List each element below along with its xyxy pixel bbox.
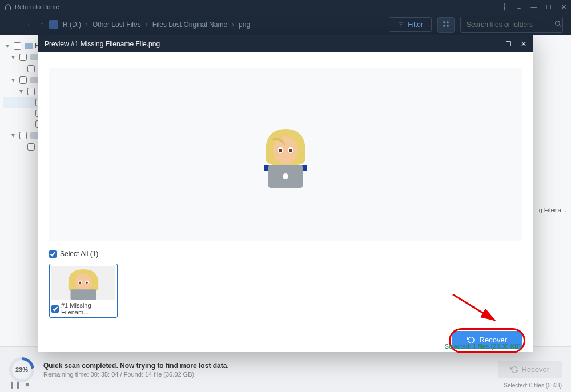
thumbnail-caption: #1 Missing Filenam... xyxy=(61,302,115,316)
stop-icon[interactable]: ■ xyxy=(25,381,29,389)
scan-controls: ❚❚ ■ xyxy=(9,381,29,389)
preview-area xyxy=(49,68,522,241)
home-icon[interactable] xyxy=(5,3,11,10)
window-controls: ┊ ≡ — ☐ ✕ xyxy=(501,4,566,10)
minimize-icon[interactable]: — xyxy=(531,4,537,10)
checkbox[interactable] xyxy=(19,54,27,61)
folder-icon xyxy=(30,77,38,83)
toolbar: ← → ↑ R (D:) › Other Lost Files › Files … xyxy=(0,14,571,35)
svg-point-7 xyxy=(279,149,282,152)
bc-0[interactable]: R (D:) xyxy=(63,21,81,29)
select-all-checkbox[interactable] xyxy=(49,250,57,258)
svg-point-13 xyxy=(75,274,92,291)
thumbnail-checkbox[interactable] xyxy=(51,305,59,313)
checkbox[interactable] xyxy=(14,42,21,50)
maximize-icon[interactable]: ☐ xyxy=(505,40,512,48)
thumbnail-image xyxy=(51,266,115,300)
preview-modal: Preview #1 Missing Filename File.png ☐ ✕… xyxy=(38,35,533,352)
progress-value: 23% xyxy=(12,360,31,379)
filter-label: Filter xyxy=(408,21,423,29)
svg-point-4 xyxy=(556,21,560,26)
select-all-label: Select All (1) xyxy=(60,250,98,258)
chevron-right-icon: › xyxy=(86,21,88,29)
drive-icon xyxy=(49,20,58,29)
status-bar: 23% Quick scan completed. Now trying to … xyxy=(0,346,571,392)
status-text: Quick scan completed. Now trying to find… xyxy=(43,362,489,378)
folder-icon xyxy=(30,54,38,60)
pause-icon[interactable]: ❚❚ xyxy=(9,381,21,389)
progress-ring: 23% xyxy=(9,357,34,382)
filter-button[interactable]: Filter xyxy=(389,17,432,32)
svg-rect-1 xyxy=(447,21,449,23)
search-input[interactable] xyxy=(467,21,552,29)
recover-button-disabled: Recover xyxy=(498,361,562,378)
forward-icon[interactable]: → xyxy=(24,21,31,29)
checkbox[interactable] xyxy=(19,76,27,84)
modal-selected-info: Selected: 1 files (23.35 KB) xyxy=(445,343,521,350)
checkbox[interactable] xyxy=(27,88,35,95)
chevron-right-icon: › xyxy=(146,21,148,29)
svg-rect-0 xyxy=(444,21,446,23)
thumbnail-strip: #1 Missing Filenam... xyxy=(38,261,533,324)
close-icon[interactable]: ✕ xyxy=(561,4,566,10)
recover-label: Recover xyxy=(522,365,549,374)
select-all-row[interactable]: Select All (1) xyxy=(38,246,533,261)
checkbox[interactable] xyxy=(27,65,35,72)
title-text[interactable]: Return to Home xyxy=(15,3,501,10)
bc-2[interactable]: Files Lost Original Name xyxy=(152,21,227,29)
svg-point-17 xyxy=(86,281,88,284)
checkbox[interactable] xyxy=(27,143,35,151)
modal-header: Preview #1 Missing Filename File.png ☐ ✕ xyxy=(38,35,533,52)
svg-point-9 xyxy=(289,149,292,152)
menu-icon[interactable]: ≡ xyxy=(516,4,522,10)
drive-icon xyxy=(25,43,33,49)
checkbox[interactable] xyxy=(19,132,27,139)
nav-arrows: ← → ↑ xyxy=(8,21,43,29)
search-box[interactable] xyxy=(460,17,563,33)
breadcrumb: R (D:) › Other Lost Files › Files Lost O… xyxy=(49,20,383,29)
thumbnail-item[interactable]: #1 Missing Filenam... xyxy=(49,264,118,318)
status-line2: Remaining time: 00: 35: 04 / Found: 14 f… xyxy=(43,371,489,378)
search-icon[interactable] xyxy=(554,20,562,29)
bc-1[interactable]: Other Lost Files xyxy=(93,21,141,29)
svg-rect-2 xyxy=(444,25,446,27)
svg-point-15 xyxy=(79,281,81,284)
close-icon[interactable]: ✕ xyxy=(521,40,526,48)
peek-filename: g Filena... xyxy=(539,207,566,213)
bc-3[interactable]: png xyxy=(239,21,250,29)
view-grid-button[interactable] xyxy=(437,17,455,33)
modal-title: Preview #1 Missing Filename File.png xyxy=(45,40,496,48)
title-bar: Return to Home ┊ ≡ — ☐ ✕ xyxy=(0,0,571,14)
preview-image xyxy=(254,120,317,189)
folder-icon xyxy=(30,132,38,139)
selected-summary: Selected: 0 files (0 KB) xyxy=(504,382,562,389)
maximize-icon[interactable]: ☐ xyxy=(546,4,552,10)
up-icon[interactable]: ↑ xyxy=(40,21,43,29)
status-line1: Quick scan completed. Now trying to find… xyxy=(43,362,489,370)
separator-icon: ┊ xyxy=(501,4,507,10)
svg-rect-3 xyxy=(447,25,449,27)
thumbnail-caption-row: #1 Missing Filenam... xyxy=(51,300,115,316)
svg-point-5 xyxy=(273,136,298,164)
chevron-right-icon: › xyxy=(232,21,234,29)
back-icon[interactable]: ← xyxy=(8,21,15,29)
svg-rect-18 xyxy=(71,289,96,300)
